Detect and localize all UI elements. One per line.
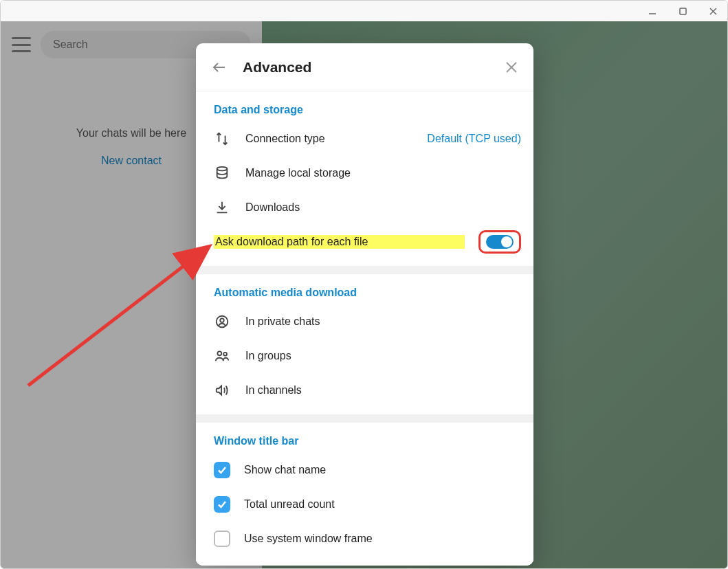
back-button[interactable] xyxy=(211,59,228,76)
row-channels[interactable]: In channels xyxy=(196,373,533,408)
row-unread-count[interactable]: Total unread count xyxy=(196,487,533,522)
checkbox-checked-icon[interactable] xyxy=(214,496,230,513)
section-title: Automatic media download xyxy=(196,287,533,304)
row-label: Ask download path for each file xyxy=(214,235,465,249)
app-window: Your chats will be here New contact essa… xyxy=(0,0,728,569)
section-title: Window title bar xyxy=(196,435,533,453)
row-label: In private chats xyxy=(245,315,521,328)
row-connection-type[interactable]: Connection type Default (TCP used) xyxy=(196,122,533,156)
user-icon xyxy=(214,313,230,330)
row-label: In groups xyxy=(245,350,521,362)
download-icon xyxy=(214,199,230,216)
row-groups[interactable]: In groups xyxy=(196,339,533,373)
modal-title: Advanced xyxy=(243,59,505,76)
window-titlebar xyxy=(1,1,727,21)
close-window-button[interactable] xyxy=(707,5,719,17)
svg-point-7 xyxy=(217,167,228,171)
storage-icon xyxy=(214,165,230,181)
ask-path-toggle[interactable] xyxy=(486,235,514,249)
svg-rect-1 xyxy=(680,8,686,14)
svg-point-11 xyxy=(223,353,227,356)
section-title: Data and storage xyxy=(196,104,533,122)
section-window-title: Window title bar Show chat name Total un… xyxy=(196,414,533,563)
row-ask-download-path[interactable]: Ask download path for each file xyxy=(196,225,533,259)
row-label: In channels xyxy=(245,384,521,397)
group-icon xyxy=(214,348,230,364)
toggle-knob xyxy=(501,236,512,247)
row-show-chat-name[interactable]: Show chat name xyxy=(196,453,533,487)
advanced-settings-modal: Advanced Data and storage Connection typ… xyxy=(196,43,533,566)
row-system-frame[interactable]: Use system window frame xyxy=(196,522,533,556)
checkbox-unchecked-icon[interactable] xyxy=(214,531,230,547)
connection-icon xyxy=(214,131,230,147)
row-manage-storage[interactable]: Manage local storage xyxy=(196,156,533,190)
maximize-button[interactable] xyxy=(676,5,689,17)
row-label: Show chat name xyxy=(244,464,521,476)
row-downloads[interactable]: Downloads xyxy=(196,190,533,225)
close-modal-button[interactable] xyxy=(505,60,518,74)
minimize-button[interactable] xyxy=(646,5,659,17)
svg-point-9 xyxy=(220,318,224,322)
row-private-chats[interactable]: In private chats xyxy=(196,304,533,339)
modal-header: Advanced xyxy=(196,43,533,91)
svg-point-10 xyxy=(217,351,221,355)
row-label: Total unread count xyxy=(244,498,521,511)
section-auto-download: Automatic media download In private chat… xyxy=(196,266,533,414)
row-value: Default (TCP used) xyxy=(427,133,521,145)
annotation-highlight-box xyxy=(478,230,521,254)
row-label: Connection type xyxy=(245,133,412,145)
row-label: Downloads xyxy=(245,201,521,214)
section-data-storage: Data and storage Connection type Default… xyxy=(196,91,533,266)
row-label: Manage local storage xyxy=(245,167,521,179)
row-label: Use system window frame xyxy=(244,533,521,545)
modal-body[interactable]: Data and storage Connection type Default… xyxy=(196,91,533,566)
checkbox-checked-icon[interactable] xyxy=(214,462,230,478)
megaphone-icon xyxy=(214,382,230,399)
